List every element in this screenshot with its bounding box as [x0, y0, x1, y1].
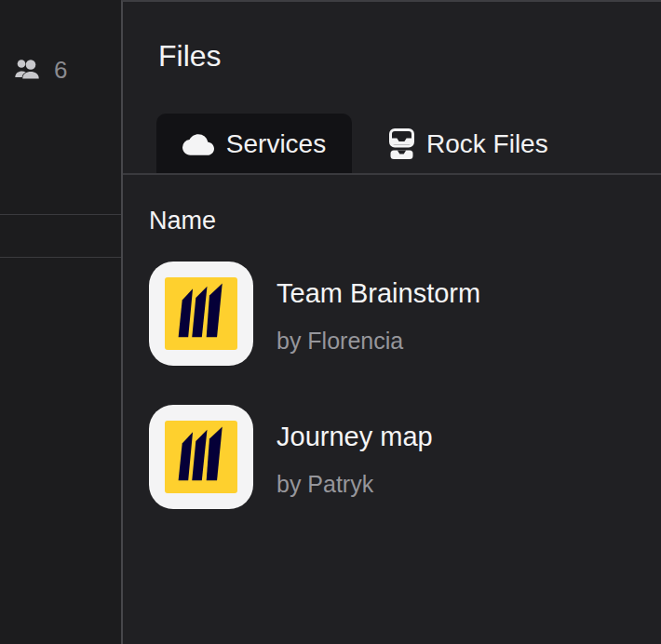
tab-services[interactable]: Services	[156, 114, 352, 175]
tabbar-divider	[123, 173, 661, 175]
miro-board-icon	[149, 262, 253, 366]
sidebar-divider	[0, 257, 121, 258]
people-icon	[14, 59, 41, 81]
file-byline: by Patryk	[277, 470, 433, 498]
file-title: Team Brainstorm	[277, 276, 480, 310]
archive-box-icon	[389, 128, 414, 160]
file-meta: Journey map by Patryk	[277, 405, 433, 509]
file-title: Journey map	[277, 420, 433, 453]
cloud-icon	[182, 134, 214, 155]
tab-label: Services	[226, 129, 326, 159]
file-list: Team Brainstorm by Florencia Journey map…	[149, 262, 646, 548]
miro-logo	[165, 421, 237, 493]
miro-board-icon	[149, 405, 253, 509]
participants-row[interactable]: 6	[14, 57, 67, 83]
left-sidebar: 6	[0, 0, 121, 644]
sidebar-divider	[0, 214, 121, 215]
tab-rock-files[interactable]: Rock Files	[367, 114, 571, 175]
file-byline: by Florencia	[277, 327, 480, 355]
participants-count: 6	[54, 57, 67, 83]
panel-title: Files	[158, 39, 222, 73]
tab-label: Rock Files	[426, 129, 548, 159]
column-header-name: Name	[149, 205, 216, 236]
file-row[interactable]: Team Brainstorm by Florencia	[149, 262, 646, 366]
file-meta: Team Brainstorm by Florencia	[277, 262, 480, 366]
miro-logo	[165, 277, 237, 350]
files-panel: Files Services Rock Files Name	[121, 0, 661, 644]
file-row[interactable]: Journey map by Patryk	[149, 405, 646, 509]
